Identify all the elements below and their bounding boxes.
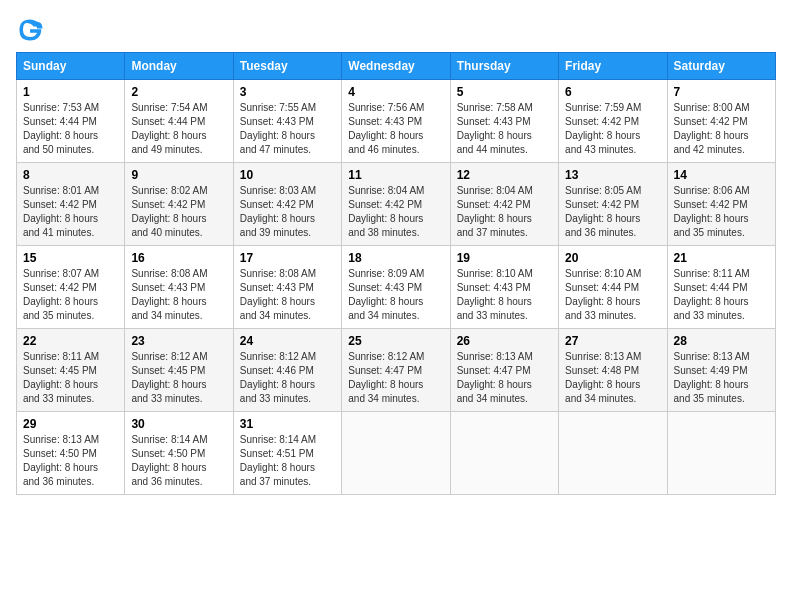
calendar-week-5: 29Sunrise: 8:13 AM Sunset: 4:50 PM Dayli… [17,412,776,495]
calendar-week-2: 8Sunrise: 8:01 AM Sunset: 4:42 PM Daylig… [17,163,776,246]
day-number: 17 [240,251,335,265]
calendar-cell [342,412,450,495]
day-info: Sunrise: 8:02 AM Sunset: 4:42 PM Dayligh… [131,184,226,240]
calendar-cell: 21Sunrise: 8:11 AM Sunset: 4:44 PM Dayli… [667,246,775,329]
day-number: 15 [23,251,118,265]
page-header [16,16,776,44]
day-number: 6 [565,85,660,99]
day-info: Sunrise: 7:59 AM Sunset: 4:42 PM Dayligh… [565,101,660,157]
day-number: 28 [674,334,769,348]
calendar-cell: 31Sunrise: 8:14 AM Sunset: 4:51 PM Dayli… [233,412,341,495]
calendar-header-row: SundayMondayTuesdayWednesdayThursdayFrid… [17,53,776,80]
day-number: 5 [457,85,552,99]
calendar-cell: 15Sunrise: 8:07 AM Sunset: 4:42 PM Dayli… [17,246,125,329]
day-number: 10 [240,168,335,182]
calendar-cell [450,412,558,495]
day-number: 18 [348,251,443,265]
calendar-cell: 8Sunrise: 8:01 AM Sunset: 4:42 PM Daylig… [17,163,125,246]
day-number: 25 [348,334,443,348]
calendar-cell: 27Sunrise: 8:13 AM Sunset: 4:48 PM Dayli… [559,329,667,412]
day-number: 27 [565,334,660,348]
day-info: Sunrise: 8:04 AM Sunset: 4:42 PM Dayligh… [348,184,443,240]
day-info: Sunrise: 8:13 AM Sunset: 4:48 PM Dayligh… [565,350,660,406]
day-info: Sunrise: 8:14 AM Sunset: 4:51 PM Dayligh… [240,433,335,489]
logo [16,16,48,44]
calendar-header-monday: Monday [125,53,233,80]
calendar-cell: 23Sunrise: 8:12 AM Sunset: 4:45 PM Dayli… [125,329,233,412]
day-info: Sunrise: 8:11 AM Sunset: 4:45 PM Dayligh… [23,350,118,406]
calendar-cell: 22Sunrise: 8:11 AM Sunset: 4:45 PM Dayli… [17,329,125,412]
day-number: 14 [674,168,769,182]
day-number: 24 [240,334,335,348]
day-number: 21 [674,251,769,265]
calendar-cell: 30Sunrise: 8:14 AM Sunset: 4:50 PM Dayli… [125,412,233,495]
day-number: 13 [565,168,660,182]
calendar-table: SundayMondayTuesdayWednesdayThursdayFrid… [16,52,776,495]
day-number: 30 [131,417,226,431]
day-info: Sunrise: 8:01 AM Sunset: 4:42 PM Dayligh… [23,184,118,240]
calendar-cell [559,412,667,495]
calendar-cell: 6Sunrise: 7:59 AM Sunset: 4:42 PM Daylig… [559,80,667,163]
calendar-cell: 12Sunrise: 8:04 AM Sunset: 4:42 PM Dayli… [450,163,558,246]
day-number: 20 [565,251,660,265]
day-number: 8 [23,168,118,182]
day-info: Sunrise: 8:13 AM Sunset: 4:50 PM Dayligh… [23,433,118,489]
day-number: 26 [457,334,552,348]
day-info: Sunrise: 8:12 AM Sunset: 4:46 PM Dayligh… [240,350,335,406]
calendar-cell: 4Sunrise: 7:56 AM Sunset: 4:43 PM Daylig… [342,80,450,163]
day-info: Sunrise: 8:00 AM Sunset: 4:42 PM Dayligh… [674,101,769,157]
day-number: 9 [131,168,226,182]
calendar-header-saturday: Saturday [667,53,775,80]
day-number: 7 [674,85,769,99]
day-info: Sunrise: 8:07 AM Sunset: 4:42 PM Dayligh… [23,267,118,323]
calendar-cell: 17Sunrise: 8:08 AM Sunset: 4:43 PM Dayli… [233,246,341,329]
calendar-cell: 3Sunrise: 7:55 AM Sunset: 4:43 PM Daylig… [233,80,341,163]
day-info: Sunrise: 7:54 AM Sunset: 4:44 PM Dayligh… [131,101,226,157]
day-info: Sunrise: 8:09 AM Sunset: 4:43 PM Dayligh… [348,267,443,323]
day-info: Sunrise: 8:14 AM Sunset: 4:50 PM Dayligh… [131,433,226,489]
day-info: Sunrise: 8:06 AM Sunset: 4:42 PM Dayligh… [674,184,769,240]
calendar-week-3: 15Sunrise: 8:07 AM Sunset: 4:42 PM Dayli… [17,246,776,329]
calendar-cell: 18Sunrise: 8:09 AM Sunset: 4:43 PM Dayli… [342,246,450,329]
calendar-cell: 28Sunrise: 8:13 AM Sunset: 4:49 PM Dayli… [667,329,775,412]
day-info: Sunrise: 8:12 AM Sunset: 4:45 PM Dayligh… [131,350,226,406]
day-info: Sunrise: 7:58 AM Sunset: 4:43 PM Dayligh… [457,101,552,157]
day-info: Sunrise: 8:12 AM Sunset: 4:47 PM Dayligh… [348,350,443,406]
calendar-cell: 19Sunrise: 8:10 AM Sunset: 4:43 PM Dayli… [450,246,558,329]
day-number: 12 [457,168,552,182]
calendar-cell [667,412,775,495]
day-number: 22 [23,334,118,348]
day-info: Sunrise: 8:05 AM Sunset: 4:42 PM Dayligh… [565,184,660,240]
logo-icon [16,16,44,44]
calendar-header-wednesday: Wednesday [342,53,450,80]
calendar-cell: 24Sunrise: 8:12 AM Sunset: 4:46 PM Dayli… [233,329,341,412]
calendar-header-tuesday: Tuesday [233,53,341,80]
day-number: 31 [240,417,335,431]
calendar-cell: 2Sunrise: 7:54 AM Sunset: 4:44 PM Daylig… [125,80,233,163]
day-number: 3 [240,85,335,99]
calendar-cell: 20Sunrise: 8:10 AM Sunset: 4:44 PM Dayli… [559,246,667,329]
day-info: Sunrise: 8:13 AM Sunset: 4:49 PM Dayligh… [674,350,769,406]
day-number: 4 [348,85,443,99]
calendar-cell: 5Sunrise: 7:58 AM Sunset: 4:43 PM Daylig… [450,80,558,163]
day-number: 16 [131,251,226,265]
calendar-week-1: 1Sunrise: 7:53 AM Sunset: 4:44 PM Daylig… [17,80,776,163]
calendar-cell: 16Sunrise: 8:08 AM Sunset: 4:43 PM Dayli… [125,246,233,329]
day-info: Sunrise: 8:13 AM Sunset: 4:47 PM Dayligh… [457,350,552,406]
calendar-week-4: 22Sunrise: 8:11 AM Sunset: 4:45 PM Dayli… [17,329,776,412]
day-info: Sunrise: 8:08 AM Sunset: 4:43 PM Dayligh… [131,267,226,323]
day-info: Sunrise: 8:03 AM Sunset: 4:42 PM Dayligh… [240,184,335,240]
day-number: 2 [131,85,226,99]
day-number: 29 [23,417,118,431]
calendar-cell: 11Sunrise: 8:04 AM Sunset: 4:42 PM Dayli… [342,163,450,246]
day-info: Sunrise: 8:04 AM Sunset: 4:42 PM Dayligh… [457,184,552,240]
day-info: Sunrise: 8:11 AM Sunset: 4:44 PM Dayligh… [674,267,769,323]
day-info: Sunrise: 8:10 AM Sunset: 4:44 PM Dayligh… [565,267,660,323]
calendar-cell: 29Sunrise: 8:13 AM Sunset: 4:50 PM Dayli… [17,412,125,495]
day-info: Sunrise: 7:53 AM Sunset: 4:44 PM Dayligh… [23,101,118,157]
day-info: Sunrise: 8:10 AM Sunset: 4:43 PM Dayligh… [457,267,552,323]
calendar-cell: 26Sunrise: 8:13 AM Sunset: 4:47 PM Dayli… [450,329,558,412]
calendar-cell: 14Sunrise: 8:06 AM Sunset: 4:42 PM Dayli… [667,163,775,246]
day-number: 23 [131,334,226,348]
calendar-cell: 10Sunrise: 8:03 AM Sunset: 4:42 PM Dayli… [233,163,341,246]
